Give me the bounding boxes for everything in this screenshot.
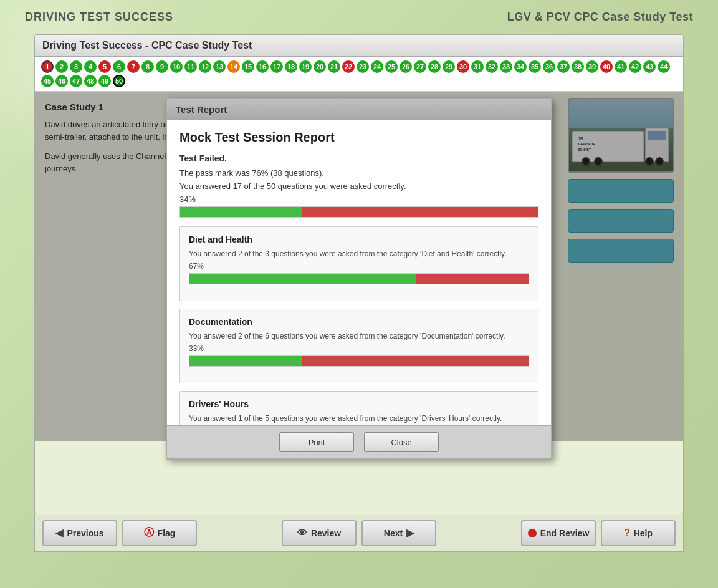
question-number-4[interactable]: 4 (84, 60, 97, 73)
test-report-modal: Test Report Mock Test Session Report Tes… (166, 98, 552, 460)
window-title: Driving Test Success - CPC Case Study Te… (35, 35, 683, 57)
question-number-42[interactable]: 42 (629, 60, 641, 73)
question-number-34[interactable]: 34 (514, 60, 527, 73)
end-review-label: End Review (540, 528, 590, 538)
question-number-41[interactable]: 41 (615, 60, 627, 73)
end-review-button[interactable]: End Review (521, 520, 596, 546)
category-section-2: Drivers' HoursYou answered 1 of the 5 qu… (180, 391, 538, 425)
category-pct-1: 33% (189, 344, 529, 353)
category-pct-0: 67% (189, 262, 529, 271)
flag-button[interactable]: Ⓐ Flag (122, 520, 197, 546)
question-number-13[interactable]: 13 (213, 60, 226, 73)
question-number-8[interactable]: 8 (141, 60, 154, 73)
question-number-12[interactable]: 12 (199, 60, 211, 73)
question-number-30[interactable]: 30 (457, 60, 469, 73)
help-icon: ? (624, 528, 630, 539)
category-title-0: Diet and Health (189, 234, 529, 244)
question-number-40[interactable]: 40 (600, 60, 613, 73)
question-number-17[interactable]: 17 (270, 60, 283, 73)
category-text-1: You answered 2 of the 6 questions you we… (189, 332, 529, 340)
next-icon: ▶ (406, 527, 414, 539)
review-label: Review (311, 528, 341, 538)
question-number-46[interactable]: 46 (55, 75, 68, 87)
category-red-bar-1 (302, 356, 529, 366)
question-number-27[interactable]: 27 (414, 60, 426, 73)
question-number-32[interactable]: 32 (486, 60, 498, 73)
question-number-48[interactable]: 48 (84, 75, 97, 87)
next-label: Next (384, 528, 403, 538)
question-number-2[interactable]: 2 (55, 60, 68, 73)
category-text-2: You answered 1 of the 5 questions you we… (189, 414, 529, 423)
app-title: DRIVING TEST SUCCESS (25, 11, 173, 24)
help-button[interactable]: ? Help (601, 520, 676, 546)
question-number-28[interactable]: 28 (428, 60, 441, 73)
question-number-25[interactable]: 25 (385, 60, 398, 73)
question-number-3[interactable]: 3 (70, 60, 82, 73)
modal-overlay: Test Report Mock Test Session Report Tes… (35, 92, 683, 441)
category-title-1: Documentation (189, 317, 529, 327)
question-number-18[interactable]: 18 (285, 60, 297, 73)
report-title: Mock Test Session Report (180, 130, 538, 145)
bottom-toolbar: ◀ Previous Ⓐ Flag 👁 Review Next ▶ End Re… (34, 514, 684, 552)
modal-footer: Print Close (167, 425, 551, 458)
question-number-10[interactable]: 10 (170, 60, 183, 73)
question-number-6[interactable]: 6 (113, 60, 125, 73)
print-button[interactable]: Print (279, 432, 354, 452)
question-number-23[interactable]: 23 (357, 60, 369, 73)
question-number-20[interactable]: 20 (314, 60, 326, 73)
categories-container: Diet and HealthYou answered 2 of the 3 q… (180, 226, 538, 425)
question-number-24[interactable]: 24 (371, 60, 383, 73)
question-number-35[interactable]: 35 (529, 60, 541, 73)
content-area: Case Study 1 David drives an articulated… (35, 92, 683, 441)
question-number-39[interactable]: 39 (586, 60, 598, 73)
answered-text: You answered 17 of the 50 questions you … (180, 181, 538, 191)
flag-label: Flag (158, 528, 176, 538)
overall-pct: 34% (180, 195, 538, 204)
question-number-26[interactable]: 26 (400, 60, 412, 73)
question-number-19[interactable]: 19 (299, 60, 312, 73)
modal-title: Test Report (176, 104, 227, 115)
question-number-7[interactable]: 7 (127, 60, 140, 73)
toolbar-right: End Review ? Help (521, 520, 676, 546)
modal-title-bar: Test Report (167, 99, 551, 120)
question-number-33[interactable]: 33 (500, 60, 512, 73)
question-number-11[interactable]: 11 (184, 60, 197, 73)
question-number-49[interactable]: 49 (98, 75, 111, 87)
question-number-44[interactable]: 44 (658, 60, 670, 73)
category-green-bar-1 (189, 356, 302, 366)
question-number-22[interactable]: 22 (342, 60, 355, 73)
question-number-37[interactable]: 37 (557, 60, 570, 73)
question-number-16[interactable]: 16 (256, 60, 269, 73)
category-title-2: Drivers' Hours (189, 399, 529, 409)
question-number-36[interactable]: 36 (543, 60, 555, 73)
next-button[interactable]: Next ▶ (361, 520, 436, 546)
header: DRIVING TEST SUCCESS LGV & PCV CPC Case … (0, 0, 718, 34)
flag-icon: Ⓐ (144, 526, 154, 539)
report-failed: Test Failed. (180, 153, 538, 163)
question-number-45[interactable]: 45 (41, 75, 54, 87)
category-progress-bar-1 (189, 355, 529, 367)
review-button[interactable]: 👁 Review (282, 520, 357, 546)
question-number-9[interactable]: 9 (156, 60, 168, 73)
modal-body[interactable]: Mock Test Session Report Test Failed. Th… (167, 120, 551, 425)
question-number-31[interactable]: 31 (471, 60, 484, 73)
question-number-5[interactable]: 5 (98, 60, 111, 73)
question-number-21[interactable]: 21 (328, 60, 340, 73)
question-number-38[interactable]: 38 (572, 60, 584, 73)
category-progress-bar-0 (189, 273, 529, 284)
category-red-bar-0 (416, 274, 529, 284)
question-number-1[interactable]: 1 (41, 60, 54, 73)
question-numbers-bar: 1234567891011121314151617181920212223242… (35, 57, 683, 92)
question-number-14[interactable]: 14 (227, 60, 240, 73)
main-container: Driving Test Success - CPC Case Study Te… (34, 34, 684, 514)
previous-button[interactable]: ◀ Previous (42, 520, 117, 546)
question-number-15[interactable]: 15 (242, 60, 254, 73)
question-number-47[interactable]: 47 (70, 75, 82, 87)
question-number-43[interactable]: 43 (643, 60, 656, 73)
question-number-50[interactable]: 50 (113, 75, 125, 87)
close-button[interactable]: Close (364, 432, 439, 452)
question-number-29[interactable]: 29 (443, 60, 455, 73)
end-review-dot-icon (528, 529, 537, 537)
previous-icon: ◀ (55, 527, 63, 539)
category-section-0: Diet and HealthYou answered 2 of the 3 q… (180, 226, 538, 301)
